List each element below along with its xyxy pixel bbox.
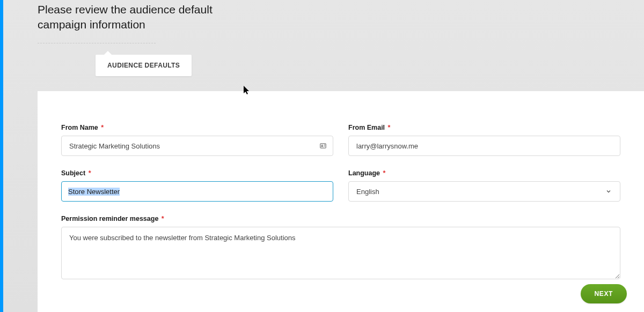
required-marker: *	[159, 215, 164, 222]
permission-reminder-textarea[interactable]	[61, 227, 620, 279]
subject-input[interactable]: Store Newsletter	[61, 181, 333, 202]
tab-label: AUDIENCE DEFAULTS	[107, 62, 180, 69]
svg-point-1	[321, 145, 323, 146]
required-marker: *	[386, 124, 390, 131]
form-panel: From Name * From Email *	[38, 91, 644, 312]
contact-card-icon	[319, 142, 327, 150]
next-button[interactable]: NEXT	[581, 284, 627, 303]
field-language: Language * English	[348, 168, 620, 202]
required-marker: *	[99, 124, 104, 131]
page-container: Please review the audience default campa…	[3, 0, 644, 312]
field-subject: Subject * Store Newsletter	[61, 168, 333, 202]
permission-label: Permission reminder message	[61, 215, 158, 222]
subject-selected-text: Store Newsletter	[68, 188, 120, 196]
from-name-input[interactable]	[61, 136, 333, 156]
language-select[interactable]: English	[348, 181, 620, 202]
from-email-label: From Email	[348, 124, 385, 131]
required-marker: *	[86, 169, 91, 177]
tab-audience-defaults[interactable]: AUDIENCE DEFAULTS	[96, 55, 192, 76]
field-from-email: From Email *	[348, 122, 620, 156]
from-name-label: From Name	[61, 124, 98, 131]
subject-label: Subject	[61, 169, 85, 177]
field-permission-reminder: Permission reminder message *	[61, 213, 620, 281]
field-from-name: From Name *	[61, 122, 333, 156]
required-marker: *	[381, 169, 385, 177]
page-title: Please review the audience default campa…	[38, 2, 241, 33]
from-email-input[interactable]	[348, 136, 620, 156]
tab-underline	[38, 43, 156, 43]
language-label: Language	[348, 169, 380, 177]
